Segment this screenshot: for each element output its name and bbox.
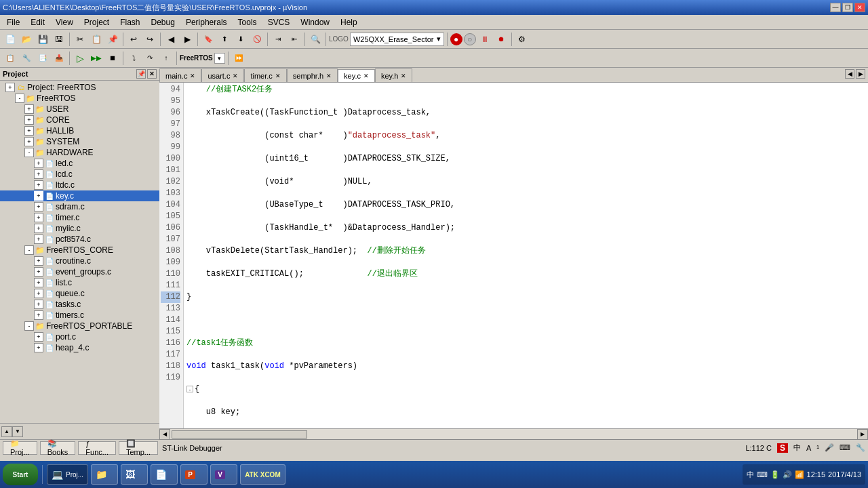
menu-tools[interactable]: Tools (233, 16, 262, 28)
tree-ltdc[interactable]: + 📄 ltdc.c (0, 180, 159, 190)
stop-button[interactable]: ○ (464, 33, 476, 45)
taskbar-notepad[interactable]: 📄 (151, 464, 178, 485)
horizontal-scrollbar[interactable]: ◀ ▶ (159, 428, 868, 439)
left-panel-scroll-up[interactable]: ▲ (1, 426, 12, 437)
insert-bookmark-button[interactable]: 🔖 (201, 32, 216, 47)
unindent-button[interactable]: ⇤ (287, 32, 302, 47)
cut-button[interactable]: ✂ (73, 32, 87, 47)
manage-btn[interactable]: 📑 (35, 51, 50, 66)
expand-pcf8574[interactable]: + (34, 235, 43, 244)
minimize-button[interactable]: — (830, 3, 841, 12)
menu-view[interactable]: View (50, 16, 79, 28)
menu-edit[interactable]: Edit (25, 16, 50, 28)
hscroll-track[interactable] (170, 429, 857, 440)
step-into-btn[interactable]: ⤵ (126, 51, 141, 66)
expand-timers[interactable]: + (34, 310, 43, 320)
bottom-tab-func[interactable]: ƒ Func... (78, 441, 116, 455)
tree-hardware[interactable]: - 📁 HARDWARE (0, 147, 159, 158)
expand-root[interactable]: + (5, 83, 15, 92)
tab-mainc[interactable]: main.c ✕ (159, 68, 201, 82)
tab-usartc[interactable]: usart.c ✕ (201, 68, 244, 82)
start-button[interactable]: Start (3, 464, 38, 485)
expand-freertos-core[interactable]: - (24, 245, 34, 255)
tab-scroll-right[interactable]: ▶ (856, 69, 865, 79)
expand-hardware[interactable]: - (24, 148, 34, 157)
stop-exec-btn[interactable]: ⏹ (105, 51, 120, 66)
pause-button[interactable]: ⏸ (477, 32, 492, 47)
expand-sdram[interactable]: + (34, 202, 43, 211)
tab-usartc-close[interactable]: ✕ (233, 73, 238, 79)
bottom-tab-temp[interactable]: 🔲 Temp... (119, 441, 158, 455)
prev-bookmark-button[interactable]: ⬆ (217, 32, 232, 47)
new-proj-button[interactable]: 📋 (3, 51, 18, 66)
tree-core[interactable]: + 📁 CORE (0, 115, 159, 125)
tab-timerc[interactable]: timer.c ✕ (244, 68, 286, 82)
hscroll-thumb[interactable] (172, 430, 307, 439)
save-button[interactable]: 💾 (35, 32, 50, 47)
left-panel-scroll-down[interactable]: ▼ (12, 426, 23, 437)
load-btn[interactable]: 📥 (52, 51, 66, 66)
expand-port[interactable]: + (34, 332, 43, 342)
tree-timer[interactable]: + 📄 timer.c (0, 212, 159, 223)
menu-help[interactable]: Help (335, 16, 363, 28)
nav-back-button[interactable]: ◀ (163, 32, 178, 47)
expand-hallib[interactable]: + (24, 126, 34, 136)
tab-keyc-close[interactable]: ✕ (363, 73, 369, 79)
build-button[interactable]: ⏺ (494, 32, 509, 47)
taskbar-vs[interactable]: V (210, 464, 237, 485)
tree-tasks[interactable]: + 📄 tasks.c (0, 299, 159, 310)
menu-file[interactable]: File (1, 16, 25, 28)
code-editor[interactable]: //创建TASK2任务 xTaskCreate((TaskFunction_t … (184, 83, 868, 428)
expand-list[interactable]: + (34, 278, 43, 287)
step-out-btn[interactable]: ↑ (159, 51, 174, 66)
tree-port[interactable]: + 📄 port.c (0, 331, 159, 342)
expand-freertos-portable[interactable]: - (24, 321, 34, 331)
expand-freertos[interactable]: - (15, 94, 24, 103)
nav-fwd-button[interactable]: ▶ (180, 32, 195, 47)
expand-timer[interactable]: + (34, 213, 43, 222)
bottom-tab-proj[interactable]: 📁 Proj... (3, 441, 37, 455)
clear-bookmarks-button[interactable]: 🚫 (250, 32, 264, 47)
tab-semph-close[interactable]: ✕ (326, 73, 332, 79)
menu-flash[interactable]: Flash (115, 16, 145, 28)
tree-event-groups[interactable]: + 📄 event_groups.c (0, 266, 159, 277)
target-dropdown[interactable]: W25QXX_Erase_Sector ▾ (350, 33, 444, 46)
compile-button[interactable]: ● (450, 33, 462, 45)
expand-keyc[interactable]: + (34, 191, 43, 201)
expand-heap4[interactable]: + (34, 343, 43, 352)
redo-button[interactable]: ↪ (142, 32, 157, 47)
proj-opts-button[interactable]: 🔧 (19, 51, 34, 66)
tree-pcf8574[interactable]: + 📄 pcf8574.c (0, 234, 159, 245)
expand-core[interactable]: + (24, 115, 34, 125)
tree-freertos[interactable]: - 📁 FreeRTOS (0, 93, 159, 104)
tab-keyh-close[interactable]: ✕ (401, 73, 406, 79)
tree-freertos-core[interactable]: - 📁 FreeRTOS_CORE (0, 245, 159, 256)
man-run-time-btn[interactable]: ⏩ (231, 51, 246, 66)
expand-ltdc[interactable]: + (34, 180, 43, 190)
hscroll-right-btn[interactable]: ▶ (857, 429, 868, 440)
menu-debug[interactable]: Debug (146, 16, 180, 28)
undo-button[interactable]: ↩ (126, 32, 141, 47)
tab-keyc[interactable]: key.c ✕ (338, 69, 375, 83)
expand-user[interactable]: + (24, 104, 34, 114)
hscroll-left-btn[interactable]: ◀ (159, 429, 170, 440)
tree-lcd[interactable]: + 📄 lcd.c (0, 169, 159, 180)
menu-peripherals[interactable]: Peripherals (180, 16, 233, 28)
tree-queue[interactable]: + 📄 queue.c (0, 288, 159, 299)
expand-lcd[interactable]: + (34, 169, 43, 179)
tree-root[interactable]: + 🗂 Project: FreeRTOS (0, 82, 159, 93)
tab-mainc-close[interactable]: ✕ (190, 73, 195, 79)
code-container[interactable]: 94 95 96 97 98 99 100 101 102 103 104 10… (159, 83, 868, 428)
tree-system[interactable]: + 📁 SYSTEM (0, 136, 159, 147)
expand-queue[interactable]: + (34, 289, 43, 298)
paste-button[interactable]: 📌 (105, 32, 120, 47)
find-button[interactable]: 🔍 (308, 32, 323, 47)
tab-timerc-close[interactable]: ✕ (275, 73, 281, 79)
tree-sdram[interactable]: + 📄 sdram.c (0, 201, 159, 212)
tab-semph[interactable]: semphr.h ✕ (287, 68, 338, 82)
run-btn[interactable]: ▶▶ (89, 51, 104, 66)
taskbar-ppt[interactable]: P (180, 464, 208, 485)
tree-user[interactable]: + 📁 USER (0, 104, 159, 115)
bottom-tab-books[interactable]: 📚 Books (40, 441, 76, 455)
tree-myiic[interactable]: + 📄 myiic.c (0, 223, 159, 234)
